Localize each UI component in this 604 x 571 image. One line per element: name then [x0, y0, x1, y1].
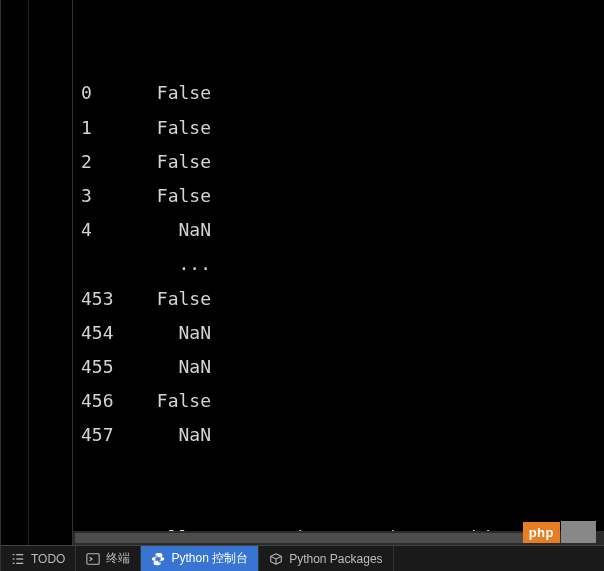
tab-python-console-label: Python 控制台 [171, 550, 248, 567]
output-row: 455 NaN [81, 350, 596, 384]
output-row: 2 False [81, 145, 596, 179]
terminal-icon [86, 552, 100, 566]
output-row: 456 False [81, 384, 596, 418]
packages-icon [269, 552, 283, 566]
output-row: 3 False [81, 179, 596, 213]
scrollbar-thumb[interactable] [75, 533, 526, 543]
watermark-text: php [523, 522, 560, 543]
main-area: 0 False1 False2 False3 False4 NaN ...453… [1, 0, 604, 545]
console-output[interactable]: 0 False1 False2 False3 False4 NaN ...453… [73, 0, 604, 545]
outer-gutter [1, 0, 29, 545]
list-icon [11, 552, 25, 566]
output-row: 4 NaN [81, 213, 596, 247]
output-row: 457 NaN [81, 418, 596, 452]
tab-python-console[interactable]: Python 控制台 [141, 546, 259, 571]
bottom-toolbar: TODO 终端 Python 控制台 Python Packages [1, 545, 604, 571]
output-row: 454 NaN [81, 316, 596, 350]
watermark: php [523, 521, 596, 543]
tab-terminal-label: 终端 [106, 550, 130, 567]
tab-terminal[interactable]: 终端 [76, 546, 141, 571]
output-row: 0 False [81, 76, 596, 110]
output-row: 1 False [81, 111, 596, 145]
content-wrapper: 0 False1 False2 False3 False4 NaN ...453… [73, 0, 604, 545]
tab-todo[interactable]: TODO [1, 546, 76, 571]
tab-python-packages[interactable]: Python Packages [259, 546, 393, 571]
output-ellipsis: ... [81, 247, 596, 281]
tab-python-packages-label: Python Packages [289, 552, 382, 566]
tab-todo-label: TODO [31, 552, 65, 566]
python-icon [151, 552, 165, 566]
watermark-box [561, 521, 596, 543]
inner-gutter [29, 0, 73, 545]
app-frame: 0 False1 False2 False3 False4 NaN ...453… [0, 0, 604, 571]
output-row: 453 False [81, 282, 596, 316]
